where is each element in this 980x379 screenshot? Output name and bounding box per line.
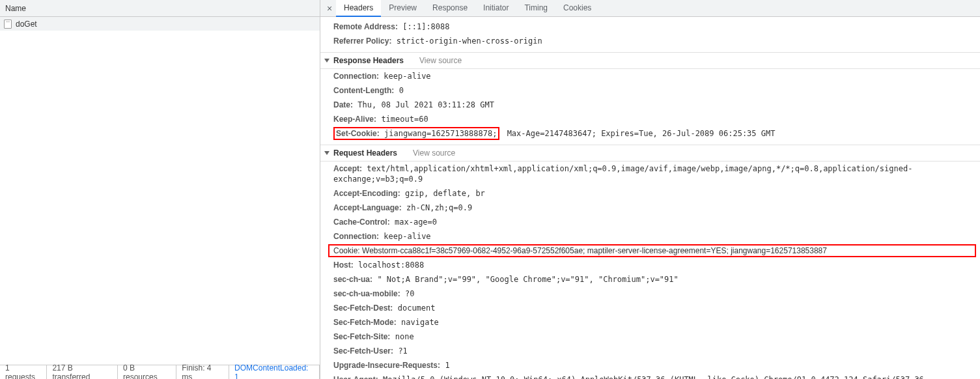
req-sec-fetch-user: Sec-Fetch-User: ?1: [320, 344, 980, 358]
remote-address-key: Remote Address:: [333, 22, 398, 31]
req-accept-encoding: Accept-Encoding: gzip, deflate, br: [320, 186, 980, 201]
req-accept-language: Accept-Language: zh-CN,zh;q=0.9: [320, 201, 980, 215]
resp-cl-key: Content-Length:: [333, 86, 394, 95]
req-scum-key: sec-ch-ua-mobile:: [333, 289, 400, 298]
req-sfm-key: Sec-Fetch-Mode:: [333, 318, 397, 327]
status-resources: 0 B resources: [118, 365, 176, 379]
tab-cookies[interactable]: Cookies: [555, 0, 599, 17]
headers-detail-scroll[interactable]: Remote Address: [::1]:8088 Referrer Poli…: [320, 17, 980, 379]
req-connection: Connection: keep-alive: [320, 229, 980, 244]
resp-sc-value-rest: Max-Age=2147483647; Expires=Tue, 26-Jul-…: [502, 129, 775, 138]
devtools-container: Name doGet 1 requests 217 B transferred …: [0, 0, 980, 379]
status-finish: Finish: 4 ms: [176, 365, 229, 379]
tab-response[interactable]: Response: [425, 0, 475, 17]
req-sfm-value: navigate: [401, 318, 439, 327]
request-headers-title: Request Headers: [333, 148, 397, 158]
req-sfd-key: Sec-Fetch-Dest:: [333, 303, 393, 313]
req-ua-key: User-Agent:: [333, 375, 378, 379]
resp-date: Date: Thu, 08 Jul 2021 03:11:28 GMT: [320, 98, 980, 112]
request-name-label: doGet: [16, 20, 37, 29]
view-source-link[interactable]: View source: [419, 56, 462, 65]
req-sfs-key: Sec-Fetch-Site:: [333, 332, 390, 341]
req-conn-key: Connection:: [333, 232, 379, 241]
resp-ka-value: timeout=60: [381, 115, 428, 124]
resp-cl-value: 0: [399, 86, 404, 95]
status-domcontentloaded: DOMContentLoaded: 1: [229, 365, 320, 379]
resp-content-length: Content-Length: 0: [320, 83, 980, 98]
req-host-key: Host:: [333, 260, 354, 270]
req-cc-key: Cache-Control:: [333, 218, 390, 227]
tab-timing[interactable]: Timing: [516, 0, 555, 17]
document-icon: [4, 20, 12, 29]
req-al-value: zh-CN,zh;q=0.9: [406, 203, 472, 212]
remote-address-value: [::1]:8088: [402, 22, 449, 31]
response-headers-section[interactable]: Response Headers View source: [320, 52, 980, 69]
resp-date-key: Date:: [333, 100, 353, 109]
req-sfs-value: none: [395, 332, 414, 341]
req-host-value: localhost:8088: [358, 260, 424, 270]
req-ae-value: gzip, deflate, br: [405, 189, 485, 198]
resp-sc-key: Set-Cookie:: [336, 129, 380, 138]
req-user-agent: User-Agent: Mozilla/5.0 (Windows NT 10.0…: [320, 372, 980, 379]
network-requests-panel: Name doGet 1 requests 217 B transferred …: [0, 0, 320, 379]
general-remote-address: Remote Address: [::1]:8088: [320, 20, 980, 34]
cookie-highlight-row: Cookie: Webstorm-cca88c1f=38c57969-0682-…: [328, 244, 976, 257]
tab-preview[interactable]: Preview: [381, 0, 425, 17]
status-transferred: 217 B transferred: [47, 365, 118, 379]
req-al-key: Accept-Language:: [333, 203, 402, 212]
req-cc-value: max-age=0: [395, 218, 437, 227]
resp-keep-alive: Keep-Alive: timeout=60: [320, 112, 980, 126]
req-upgrade-insecure: Upgrade-Insecure-Requests: 1: [320, 358, 980, 372]
resp-set-cookie: Set-Cookie: jiangwang=1625713888878; Max…: [320, 126, 980, 141]
chevron-down-icon: [324, 151, 329, 155]
req-accept: Accept: text/html,application/xhtml+xml,…: [320, 161, 980, 186]
request-row-doget[interactable]: doGet: [0, 17, 320, 31]
req-scum-value: ?0: [405, 289, 414, 298]
resp-connection: Connection: keep-alive: [320, 69, 980, 83]
resp-ka-key: Keep-Alive:: [333, 115, 376, 124]
chevron-down-icon: [324, 59, 329, 63]
req-sec-fetch-dest: Sec-Fetch-Dest: document: [320, 301, 980, 315]
req-conn-value: keep-alive: [384, 232, 430, 241]
req-sfd-value: document: [398, 303, 436, 313]
req-ae-key: Accept-Encoding:: [333, 189, 400, 198]
req-sec-fetch-site: Sec-Fetch-Site: none: [320, 330, 980, 344]
req-uir-key: Upgrade-Insecure-Requests:: [333, 361, 440, 370]
resp-sc-value-highlighted: jiangwang=1625713888878;: [384, 129, 497, 138]
referrer-policy-value: strict-origin-when-cross-origin: [397, 36, 542, 46]
req-sec-ch-ua-mobile: sec-ch-ua-mobile: ?0: [320, 287, 980, 301]
req-accept-key: Accept:: [333, 164, 362, 173]
req-cookie-value: Webstorm-cca88c1f=38c57969-0682-4952-96a…: [362, 246, 827, 255]
request-headers-section[interactable]: Request Headers View source: [320, 145, 980, 161]
req-sfu-value: ?1: [398, 346, 407, 356]
resp-connection-value: keep-alive: [384, 72, 430, 81]
set-cookie-highlight: Set-Cookie: jiangwang=1625713888878;: [333, 127, 499, 140]
req-scua-key: sec-ch-ua:: [333, 275, 372, 284]
tab-headers[interactable]: Headers: [336, 0, 381, 17]
close-icon[interactable]: ×: [323, 2, 336, 15]
req-ua-value: Mozilla/5.0 (Windows NT 10.0; Win64; x64…: [383, 375, 924, 379]
resp-date-value: Thu, 08 Jul 2021 03:11:28 GMT: [357, 100, 494, 109]
req-cache-control: Cache-Control: max-age=0: [320, 215, 980, 229]
req-sec-ch-ua: sec-ch-ua: " Not;A Brand";v="99", "Googl…: [320, 272, 980, 287]
status-requests: 1 requests: [0, 365, 47, 379]
req-uir-value: 1: [445, 361, 449, 370]
detail-tabs: × Headers Preview Response Initiator Tim…: [320, 0, 980, 17]
view-source-link[interactable]: View source: [413, 148, 455, 158]
general-referrer-policy: Referrer Policy: strict-origin-when-cros…: [320, 34, 980, 48]
resp-connection-key: Connection:: [333, 72, 379, 81]
tab-initiator[interactable]: Initiator: [475, 0, 516, 17]
req-accept-value: text/html,application/xhtml+xml,applicat…: [333, 164, 912, 184]
req-cookie-key: Cookie:: [333, 246, 360, 255]
req-scua-value: " Not;A Brand";v="99", "Google Chrome";v…: [377, 275, 678, 284]
request-list: doGet: [0, 17, 320, 365]
referrer-policy-key: Referrer Policy:: [333, 36, 391, 46]
status-bar: 1 requests 217 B transferred 0 B resourc…: [0, 365, 320, 379]
response-headers-title: Response Headers: [333, 56, 404, 65]
req-sfu-key: Sec-Fetch-User:: [333, 346, 393, 356]
req-sec-fetch-mode: Sec-Fetch-Mode: navigate: [320, 315, 980, 330]
requests-column-header[interactable]: Name: [0, 0, 320, 17]
details-panel: × Headers Preview Response Initiator Tim…: [320, 0, 980, 379]
req-host: Host: localhost:8088: [320, 258, 980, 272]
